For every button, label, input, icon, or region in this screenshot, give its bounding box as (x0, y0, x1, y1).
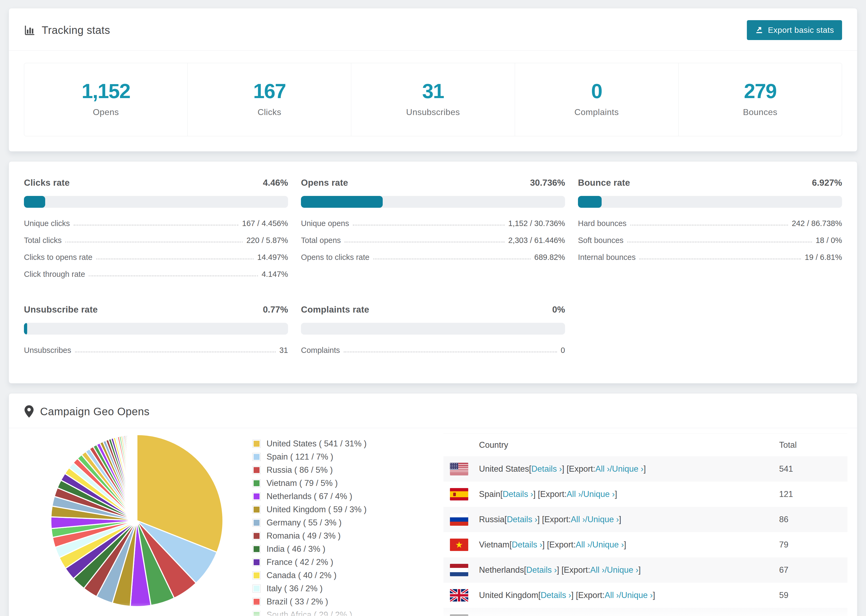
details-link[interactable]: Details › (503, 489, 533, 499)
summary-value: 1,152 (24, 81, 187, 101)
legend-item-india[interactable]: India ( 46 / 3% ) (252, 544, 403, 554)
legend-item-russia[interactable]: Russia ( 86 / 5% ) (252, 465, 403, 475)
rate-title: Complaints rate (301, 305, 369, 315)
summary-label: Complaints (515, 107, 678, 117)
summary-cell-complaints: 0Complaints (515, 63, 679, 136)
flag-icon-us (450, 463, 468, 475)
legend-label: France ( 42 / 2% ) (266, 558, 333, 567)
legend-item-netherlands[interactable]: Netherlands ( 67 / 4% ) (252, 492, 403, 501)
export-unique-link[interactable]: Unique › (587, 515, 619, 524)
country-cell: United States [Details ›] [Export: All ›… (450, 463, 779, 475)
detail-value: 242 / 86.738% (792, 219, 842, 228)
bracket: ] [Export: (562, 464, 595, 474)
rate-head: Opens rate30.736% (301, 178, 565, 188)
export-all-link[interactable]: All › (590, 565, 605, 575)
table-row-es: Spain [Details ›] [Export: All › / Uniqu… (444, 482, 847, 507)
detail-value: 18 / 0% (816, 236, 842, 245)
export-unique-link[interactable]: Unique › (607, 565, 638, 575)
export-all-link[interactable]: All › (571, 515, 585, 524)
legend-item-united-states[interactable]: United States ( 541 / 31% ) (252, 439, 403, 449)
progress-bar (24, 196, 288, 208)
export-all-link[interactable]: All › (595, 464, 609, 474)
dotted-leader (353, 225, 505, 225)
detail-label: Click through rate (24, 270, 85, 279)
country-name: Spain (479, 489, 500, 499)
total-cell: 86 (779, 515, 841, 524)
legend-item-spain[interactable]: Spain ( 121 / 7% ) (252, 452, 403, 462)
detail-value: 4.147% (262, 270, 288, 279)
rate-title: Unsubscribe rate (24, 305, 98, 315)
legend-item-germany[interactable]: Germany ( 55 / 3% ) (252, 518, 403, 528)
flag-icon-gb (450, 589, 468, 602)
flag-icon-de (450, 614, 468, 616)
country-name: Netherlands (479, 565, 524, 575)
legend-item-canada[interactable]: Canada ( 40 / 2% ) (252, 570, 403, 580)
flag-icon-nl (450, 564, 468, 576)
export-unique-link[interactable]: Unique › (612, 464, 644, 474)
export-all-link[interactable]: All › (605, 591, 619, 600)
export-all-link[interactable]: All › (576, 540, 590, 550)
summary-cell-clicks: 167Clicks (188, 63, 351, 136)
details-link[interactable]: Details › (507, 515, 537, 524)
export-unique-link[interactable]: Unique › (583, 489, 615, 499)
table-row-de: Germany [Details ›] [Export: All › / Uni… (444, 608, 847, 616)
export-unique-link[interactable]: Unique › (592, 540, 624, 550)
export-basic-stats-button[interactable]: Export basic stats (747, 20, 842, 40)
legend-swatch (252, 453, 261, 461)
dotted-leader (65, 242, 242, 242)
detail-row: Total opens2,303 / 61.446% (301, 236, 565, 245)
legend-swatch (252, 506, 261, 514)
legend-swatch (252, 558, 261, 566)
export-all-link[interactable]: All › (567, 489, 581, 499)
legend-item-brazil[interactable]: Brazil ( 33 / 2% ) (252, 597, 403, 607)
legend-swatch (252, 611, 261, 616)
legend-label: Brazil ( 33 / 2% ) (266, 597, 328, 607)
summary-label: Clicks (188, 107, 351, 117)
rate-section-unsubscribe-rate: Unsubscribe rate0.77%Unsubscribes31 (24, 305, 288, 363)
detail-value: 689.82% (534, 253, 565, 262)
country-cell: Russia [Details ›] [Export: All › / Uniq… (450, 513, 779, 526)
detail-label: Hard bounces (578, 219, 627, 228)
detail-label: Total opens (301, 236, 341, 245)
detail-value: 167 / 4.456% (242, 219, 288, 228)
legend-label: United States ( 541 / 31% ) (266, 439, 367, 449)
legend-item-italy[interactable]: Italy ( 36 / 2% ) (252, 584, 403, 593)
detail-label: Complaints (301, 346, 340, 355)
legend-item-france[interactable]: France ( 42 / 2% ) (252, 558, 403, 567)
details-link[interactable]: Details › (531, 464, 562, 474)
legend-item-vietnam[interactable]: Vietnam ( 79 / 5% ) (252, 478, 403, 488)
details-link[interactable]: Details › (526, 565, 557, 575)
details-link[interactable]: Details › (512, 540, 542, 550)
details-link[interactable]: Details › (540, 591, 571, 600)
legend-item-romania[interactable]: Romania ( 49 / 3% ) (252, 531, 403, 541)
detail-row: Clicks to opens rate14.497% (24, 253, 288, 262)
legend-swatch (252, 585, 261, 592)
dotted-leader (344, 352, 557, 352)
legend-swatch (252, 479, 261, 487)
legend-item-south-africa[interactable]: South Africa ( 29 / 2% ) (252, 610, 403, 616)
detail-label: Unsubscribes (24, 346, 71, 355)
rate-value: 30.736% (530, 178, 565, 188)
detail-row: Opens to clicks rate689.82% (301, 253, 565, 262)
geo-table: Country Total United States [Details ›] … (444, 434, 847, 616)
table-row-vn: ★Vietnam [Details ›] [Export: All › / Un… (444, 532, 847, 558)
dotted-leader (96, 259, 254, 259)
summary-label: Bounces (679, 107, 842, 117)
rate-detail-rows: Hard bounces242 / 86.738%Soft bounces18 … (578, 219, 842, 262)
pie-slice (137, 435, 137, 520)
flag-icon-vn: ★ (450, 539, 468, 551)
detail-row: Unsubscribes31 (24, 346, 288, 355)
es-emblem (453, 493, 456, 496)
link-separator: / (610, 464, 612, 474)
bracket: [ (524, 565, 526, 575)
country-cell: United Kingdom [Details ›] [Export: All … (450, 589, 779, 602)
legend-item-united-kingdom[interactable]: United Kingdom ( 59 / 3% ) (252, 505, 403, 514)
rate-title: Bounce rate (578, 178, 630, 188)
flag-icon-es (450, 488, 468, 500)
rate-detail-rows: Unsubscribes31 (24, 346, 288, 355)
export-unique-link[interactable]: Unique › (621, 591, 653, 600)
progress-bar-fill (24, 196, 45, 208)
rate-title: Clicks rate (24, 178, 70, 188)
bracket: [ (500, 489, 503, 499)
summary-cell-opens: 1,152Opens (24, 63, 188, 136)
